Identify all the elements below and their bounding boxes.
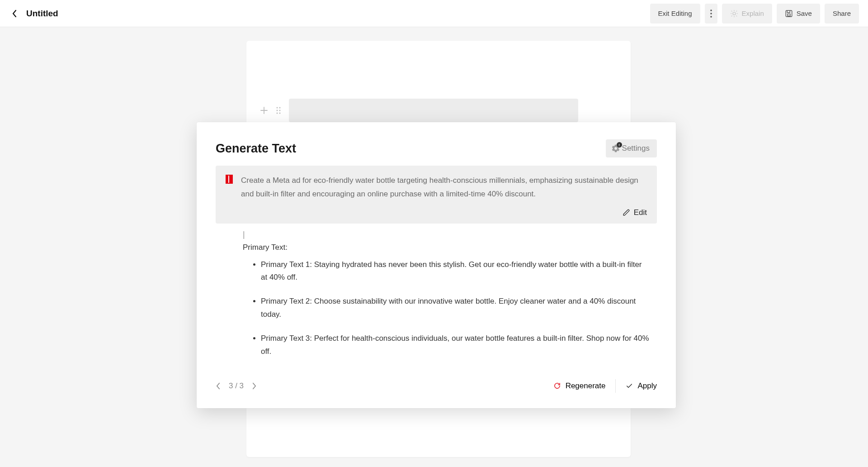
footer-actions: Regenerate Apply bbox=[553, 379, 657, 393]
chevron-left-icon bbox=[216, 382, 221, 390]
exit-editing-button[interactable]: Exit Editing bbox=[650, 4, 700, 24]
prompt-box: Create a Meta ad for eco-friendly water … bbox=[216, 166, 657, 224]
pager: 3 / 3 bbox=[216, 381, 257, 391]
pager-display: 3 / 3 bbox=[229, 381, 244, 391]
svg-point-8 bbox=[277, 110, 278, 111]
add-block-button[interactable] bbox=[260, 106, 268, 114]
svg-rect-5 bbox=[788, 14, 790, 16]
refresh-icon bbox=[553, 382, 561, 390]
separator bbox=[615, 379, 616, 393]
header-right: Exit Editing Explain Save Share bbox=[650, 4, 859, 24]
text-caret: | bbox=[243, 230, 650, 239]
settings-button[interactable]: ! Settings bbox=[606, 139, 657, 157]
prompt-cursor-indicator bbox=[226, 175, 233, 184]
chevron-right-icon bbox=[252, 382, 257, 390]
output-heading: Primary Text: bbox=[243, 243, 650, 252]
check-icon bbox=[626, 382, 633, 390]
regenerate-button[interactable]: Regenerate bbox=[553, 381, 606, 391]
output-item: Primary Text 3: Perfect for health-consc… bbox=[261, 332, 650, 358]
output-list: Primary Text 1: Staying hydrated has nev… bbox=[243, 258, 650, 358]
pencil-icon bbox=[623, 209, 630, 216]
lightbulb-icon bbox=[730, 10, 738, 18]
kebab-icon bbox=[710, 10, 712, 18]
drag-icon bbox=[276, 107, 281, 114]
exit-editing-label: Exit Editing bbox=[658, 10, 692, 17]
svg-point-9 bbox=[279, 110, 281, 111]
generate-text-modal: Generate Text ! Settings Create a Meta a… bbox=[197, 122, 676, 408]
save-button[interactable]: Save bbox=[777, 4, 820, 24]
modal-header: Generate Text ! Settings bbox=[197, 139, 676, 166]
plus-icon bbox=[260, 107, 268, 114]
svg-point-3 bbox=[733, 12, 736, 15]
svg-point-0 bbox=[710, 10, 712, 11]
header-left: Untitled bbox=[9, 8, 58, 19]
prompt-text: Create a Meta ad for eco-friendly water … bbox=[241, 174, 647, 201]
output-item: Primary Text 2: Choose sustainability wi… bbox=[261, 295, 650, 321]
canvas: Generate Text ! Settings Create a Meta a… bbox=[0, 27, 868, 467]
explain-button[interactable]: Explain bbox=[722, 4, 772, 24]
apply-label: Apply bbox=[637, 381, 657, 391]
save-label: Save bbox=[797, 10, 812, 17]
regenerate-label: Regenerate bbox=[566, 381, 606, 391]
more-options-button[interactable] bbox=[705, 4, 717, 24]
apply-button[interactable]: Apply bbox=[626, 381, 657, 391]
svg-point-7 bbox=[279, 107, 281, 109]
settings-alert-badge: ! bbox=[617, 142, 622, 148]
chevron-left-icon bbox=[12, 10, 17, 18]
empty-text-block[interactable] bbox=[289, 99, 578, 122]
pager-prev-button[interactable] bbox=[216, 382, 221, 390]
share-button[interactable]: Share bbox=[825, 4, 859, 24]
svg-point-6 bbox=[277, 107, 278, 109]
modal-title: Generate Text bbox=[216, 142, 296, 156]
modal-footer: 3 / 3 Regenerate Apply bbox=[197, 366, 676, 408]
edit-prompt-button[interactable]: Edit bbox=[623, 208, 647, 217]
svg-point-11 bbox=[279, 113, 281, 114]
settings-label: Settings bbox=[622, 144, 650, 153]
gear-icon-wrap: ! bbox=[611, 144, 620, 153]
explain-label: Explain bbox=[742, 10, 764, 17]
page-title: Untitled bbox=[26, 9, 58, 19]
edit-label: Edit bbox=[634, 208, 647, 217]
output-item: Primary Text 1: Staying hydrated has nev… bbox=[261, 258, 650, 285]
output-area[interactable]: | Primary Text: Primary Text 1: Staying … bbox=[216, 230, 657, 366]
svg-point-2 bbox=[710, 16, 712, 18]
svg-point-1 bbox=[710, 13, 712, 14]
back-button[interactable] bbox=[9, 8, 20, 19]
svg-point-10 bbox=[277, 113, 278, 114]
drag-handle[interactable] bbox=[275, 106, 282, 114]
pager-next-button[interactable] bbox=[252, 382, 257, 390]
block-insert-row bbox=[260, 99, 578, 122]
share-label: Share bbox=[833, 10, 851, 17]
app-header: Untitled Exit Editing Explain Save Share bbox=[0, 0, 868, 27]
save-icon bbox=[785, 10, 793, 18]
prompt-row: Create a Meta ad for eco-friendly water … bbox=[226, 174, 647, 201]
